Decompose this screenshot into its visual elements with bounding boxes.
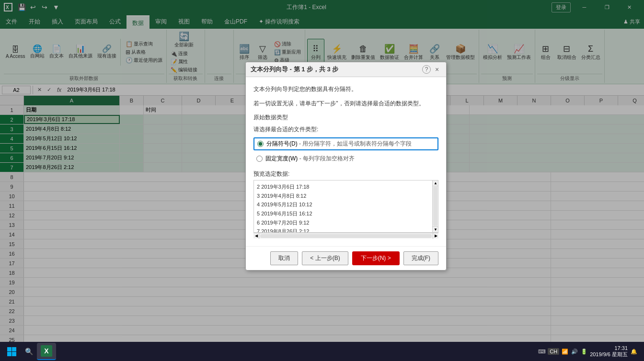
modal-title: 文本分列向导 - 第 1 步，共 3 步 (251, 65, 338, 74)
fixed-width-option[interactable]: 固定宽度(W) - 每列字段加空格对齐 (253, 153, 438, 164)
fixed-radio[interactable] (256, 156, 263, 162)
tray-network-icon[interactable]: 📶 (561, 348, 569, 355)
scroll-down-btn[interactable]: ▼ (433, 226, 438, 232)
text-split-dialog: 文本分列向导 - 第 1 步，共 3 步 ? × 文本分列向导判定您的数据具有分… (245, 62, 447, 271)
svg-rect-2 (7, 347, 12, 351)
cancel-button[interactable]: 取消 (270, 251, 298, 265)
tray-battery-icon[interactable]: 🔋 (580, 348, 588, 355)
modal-title-bar: 文本分列向导 - 第 1 步，共 3 步 ? × (246, 62, 446, 77)
modal-close-btn[interactable]: × (433, 65, 441, 74)
modal-help-btn[interactable]: ? (422, 65, 431, 74)
back-button[interactable]: < 上一步(B) (302, 251, 348, 265)
modal-body: 文本分列向导判定您的数据具有分隔符。 若一切设置无误，请单击"下一步"，否则请选… (246, 77, 446, 246)
preview-scrollbar-v[interactable]: ▲ ▼ (432, 180, 438, 232)
fixed-label: 固定宽度(W) - 每列字段加空格对齐 (265, 155, 355, 163)
preview-line-4: 5 2019年6月15日 16:12 (257, 209, 435, 218)
preview-line-6: 7 2019年8月26日 2:12 (257, 227, 435, 233)
modal-desc-2: 若一切设置无误，请单击"下一步"，否则请选择最合适的数据类型。 (253, 99, 438, 108)
taskbar-right: ⌨ CH 📶 🔊 🔋 17:31 2019/9/6 星期五 🔔 (538, 345, 642, 358)
modal-title-actions: ? × (422, 65, 441, 74)
next-button[interactable]: 下一步(N) > (352, 251, 400, 265)
start-button[interactable] (2, 342, 21, 361)
taskbar: 🔍 X ⌨ CH 📶 🔊 🔋 17:31 2019/9/6 星期五 🔔 (0, 342, 644, 361)
h-scroll-bar[interactable] (260, 234, 432, 238)
modal-section-title: 原始数据类型 (253, 113, 438, 122)
tray-volume-icon[interactable]: 🔊 (571, 348, 578, 355)
scroll-right-btn[interactable]: ▶ (433, 233, 438, 239)
preview-line-1: 2 2019年3月6日 17:18 (257, 182, 435, 192)
taskbar-excel[interactable]: X (37, 343, 56, 360)
lang-indicator[interactable]: CH (548, 348, 559, 355)
preview-scrollbar-h[interactable]: ◀ ▶ (253, 233, 438, 238)
preview-area: 预览选定数据: 2 2019年3月6日 17:18 3 2019年4月8日 8:… (253, 170, 438, 238)
notification-btn[interactable]: 🔔 (630, 348, 638, 356)
preview-line-5: 6 2019年7月20日 9:12 (257, 218, 435, 227)
delimited-option[interactable]: 分隔符号(D) - 用分隔字符，如逗号或制表符分隔每个字段 (253, 137, 438, 150)
delimited-label: 分隔符号(D) - 用分隔字符，如逗号或制表符分隔每个字段 (266, 140, 412, 148)
preview-line-2: 3 2019年4月8日 8:12 (257, 192, 435, 201)
preview-box: 2 2019年3月6日 17:18 3 2019年4月8日 8:12 4 201… (253, 180, 438, 233)
excel-taskbar-icon: X (41, 345, 52, 357)
modal-overlay: 文本分列向导 - 第 1 步，共 3 步 ? × 文本分列向导判定您的数据具有分… (0, 0, 644, 361)
preview-line-3: 4 2019年5月12日 10:12 (257, 200, 435, 209)
svg-rect-3 (12, 347, 16, 351)
clock[interactable]: 17:31 2019/9/6 星期五 (590, 345, 628, 358)
preview-title: 预览选定数据: (253, 170, 438, 178)
cursor-indicator (393, 259, 397, 263)
system-tray: ⌨ CH 📶 🔊 🔋 (538, 348, 588, 355)
scroll-up-btn[interactable]: ▲ (433, 180, 438, 186)
modal-subtitle: 请选择最合适的文件类型: (253, 125, 438, 134)
scroll-left-btn[interactable]: ◀ (253, 233, 259, 239)
tray-icon-1[interactable]: ⌨ (538, 348, 546, 355)
svg-rect-5 (12, 352, 16, 356)
scroll-thumb-v[interactable] (433, 187, 437, 226)
delimited-radio[interactable] (257, 141, 264, 147)
svg-rect-4 (7, 352, 12, 356)
data-type-radio-group: 分隔符号(D) - 用分隔字符，如逗号或制表符分隔每个字段 固定宽度(W) - … (253, 137, 438, 164)
finish-button[interactable]: 完成(F) (403, 251, 438, 265)
preview-container: 2 2019年3月6日 17:18 3 2019年4月8日 8:12 4 201… (253, 180, 438, 238)
modal-desc-1: 文本分列向导判定您的数据具有分隔符。 (253, 85, 438, 93)
modal-footer: 取消 < 上一步(B) 下一步(N) > 完成(F) (246, 246, 446, 270)
taskbar-search[interactable]: 🔍 (21, 343, 37, 360)
